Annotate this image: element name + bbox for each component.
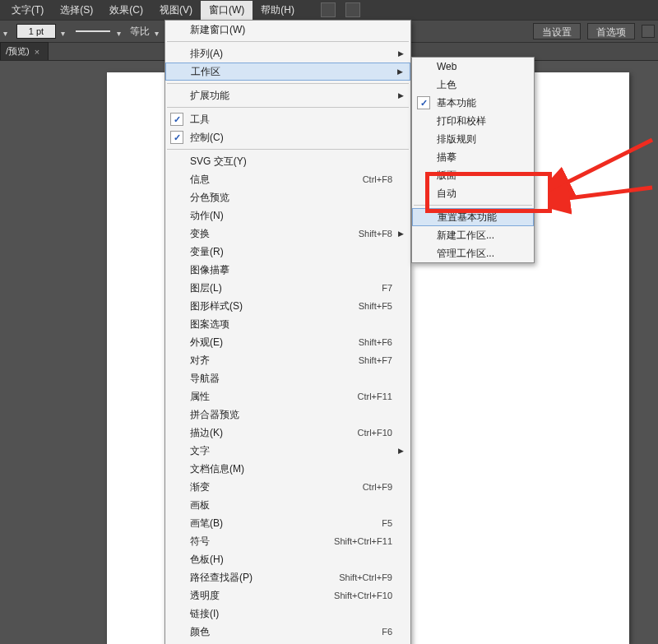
check-icon: ✓	[170, 113, 183, 126]
trash-icon[interactable]	[642, 25, 655, 38]
menu-shortcut: F7	[357, 283, 392, 293]
workspace-menu-item[interactable]: 版面	[412, 166, 534, 184]
window-menu-item[interactable]: 扩展功能	[165, 86, 410, 104]
dropdown-icon[interactable]	[3, 27, 12, 35]
window-menu-item[interactable]: 画笔(B)F5	[165, 514, 410, 532]
window-menu-item[interactable]: 符号Shift+Ctrl+F11	[165, 532, 410, 550]
window-menu-item[interactable]: 文档信息(M)	[165, 460, 410, 478]
window-menu-item[interactable]: 属性Ctrl+F11	[165, 387, 410, 405]
menu-bar: 文字(T) 选择(S) 效果(C) 视图(V) 窗口(W) 帮助(H)	[0, 0, 658, 20]
window-menu-item-label: 变量(R)	[190, 245, 392, 259]
window-menu-item[interactable]: 排列(A)	[165, 44, 410, 63]
close-icon[interactable]: ×	[35, 47, 39, 57]
window-menu-item[interactable]: 画板	[165, 496, 410, 514]
arrange-icon[interactable]	[345, 2, 360, 17]
window-menu-item-label: 工作区	[191, 65, 392, 79]
window-menu-item[interactable]: 颜色F6	[165, 623, 410, 641]
workspace-menu-item[interactable]: 管理工作区...	[412, 244, 534, 262]
menu-shortcut: Shift+F8	[334, 229, 392, 239]
menu-view[interactable]: 视图(V)	[151, 1, 201, 20]
dropdown-icon[interactable]	[61, 27, 69, 35]
menu-text[interactable]: 文字(T)	[3, 1, 52, 20]
window-menu-item-label: 链接(I)	[190, 607, 392, 621]
window-menu-item[interactable]: 链接(I)	[165, 605, 410, 623]
scale-label: 等比	[130, 25, 150, 39]
window-menu-item[interactable]: 新建窗口(W)	[165, 21, 410, 39]
workspace-menu-item[interactable]: 自动	[412, 184, 534, 202]
window-menu-item-label: 拼合器预览	[190, 408, 392, 422]
workspace-menu-item[interactable]: 打印和校样	[412, 112, 534, 130]
window-menu-item[interactable]: 工作区	[165, 63, 410, 81]
menu-shortcut: Ctrl+F10	[333, 428, 393, 438]
menu-help[interactable]: 帮助(H)	[253, 1, 303, 20]
window-menu-item-label: 信息	[190, 173, 338, 187]
check-icon: ✓	[170, 131, 183, 144]
window-menu-item[interactable]: 外观(E)Shift+F6	[165, 333, 410, 351]
window-menu-item[interactable]: 透明度Shift+Ctrl+F10	[165, 586, 410, 605]
workspace-menu-item-label: 重置基本功能	[438, 211, 515, 225]
window-menu-item-label: 画板	[190, 498, 392, 512]
window-menu-item-label: 文字	[190, 444, 392, 458]
workspace-menu-item-label: 基本功能	[437, 96, 516, 110]
doc-setup-button[interactable]: 当设置	[533, 23, 581, 39]
menu-shortcut: F5	[357, 518, 392, 528]
window-menu-item[interactable]: 图形样式(S)Shift+F5	[165, 297, 410, 315]
menu-window[interactable]: 窗口(W)	[201, 1, 253, 20]
window-menu-item[interactable]: 渐变Ctrl+F9	[165, 478, 410, 496]
dropdown-icon[interactable]	[117, 27, 125, 35]
window-menu-item-label: 颜色	[190, 625, 357, 639]
window-menu-item[interactable]: SVG 交互(Y)	[165, 152, 410, 170]
window-menu-item[interactable]: 图像描摹	[165, 261, 410, 279]
window-menu-item-label: 新建窗口(W)	[190, 23, 392, 37]
window-menu-item-label: 路径查找器(P)	[190, 571, 314, 585]
window-menu-item[interactable]: 文字	[165, 442, 410, 460]
window-menu-item[interactable]: 对齐Shift+F7	[165, 351, 410, 369]
workspace-menu-item[interactable]: Web	[412, 58, 534, 76]
window-menu-item-label: 画笔(B)	[190, 517, 357, 530]
window-menu-item[interactable]: 图案选项	[165, 315, 410, 333]
workspace-menu-item[interactable]: 描摹	[412, 148, 534, 166]
workspace-menu-item[interactable]: 上色	[412, 76, 534, 94]
window-menu-item-label: 工具	[190, 113, 392, 127]
menu-shortcut: Shift+F6	[334, 337, 392, 347]
document-tab[interactable]: /预览) ×	[0, 42, 49, 60]
workspace-menu-item[interactable]: 重置基本功能	[412, 208, 534, 226]
window-menu-item[interactable]: 路径查找器(P)Shift+Ctrl+F9	[165, 568, 410, 586]
window-menu-item-label: 外观(E)	[190, 336, 334, 350]
stroke-weight-input[interactable]	[16, 24, 56, 39]
window-menu-item[interactable]: 描边(K)Ctrl+F10	[165, 424, 410, 442]
menu-effect[interactable]: 效果(C)	[101, 1, 151, 20]
window-menu-item[interactable]: 变换Shift+F8	[165, 225, 410, 243]
window-menu-item[interactable]: 颜色参考Shift+F3	[165, 641, 410, 644]
stroke-style-line[interactable]	[76, 30, 110, 32]
window-menu-item[interactable]: 图层(L)F7	[165, 279, 410, 297]
window-menu-item[interactable]: 导航器	[165, 369, 410, 387]
window-menu-item-label: 属性	[190, 390, 333, 404]
window-menu-item[interactable]: 动作(N)	[165, 206, 410, 225]
window-menu-item[interactable]: ✓控制(C)	[165, 128, 410, 146]
bridge-icon[interactable]	[321, 2, 336, 17]
document-tab-label: /预览)	[6, 45, 30, 58]
menu-shortcut: Shift+F5	[334, 301, 392, 311]
workspace-menu-item-label: 管理工作区...	[437, 247, 516, 261]
menu-shortcut: Ctrl+F9	[338, 482, 392, 492]
workspace-menu-item-label: 打印和校样	[437, 114, 516, 128]
window-menu-item[interactable]: 变量(R)	[165, 243, 410, 261]
workspace-menu-item[interactable]: 排版规则	[412, 130, 534, 148]
window-menu-item-label: 对齐	[190, 354, 334, 368]
window-menu-item-label: 色板(H)	[190, 553, 392, 567]
workspace-menu-item[interactable]: 新建工作区...	[412, 226, 534, 244]
window-menu-item[interactable]: ✓工具	[165, 110, 410, 128]
window-menu-item[interactable]: 拼合器预览	[165, 405, 410, 424]
window-menu-item[interactable]: 信息Ctrl+F8	[165, 170, 410, 188]
window-menu-item[interactable]: 色板(H)	[165, 550, 410, 568]
preferences-button[interactable]: 首选项	[587, 23, 635, 39]
window-menu-item-label: 控制(C)	[190, 131, 392, 145]
menu-select[interactable]: 选择(S)	[52, 1, 101, 20]
window-menu-item[interactable]: 分色预览	[165, 188, 410, 206]
dropdown-icon[interactable]	[155, 27, 163, 35]
window-menu-item-label: 动作(N)	[190, 209, 392, 223]
window-menu-item-label: 分色预览	[190, 191, 392, 205]
workspace-menu-item-label: 新建工作区...	[437, 229, 516, 243]
workspace-menu-item[interactable]: ✓基本功能	[412, 94, 534, 112]
